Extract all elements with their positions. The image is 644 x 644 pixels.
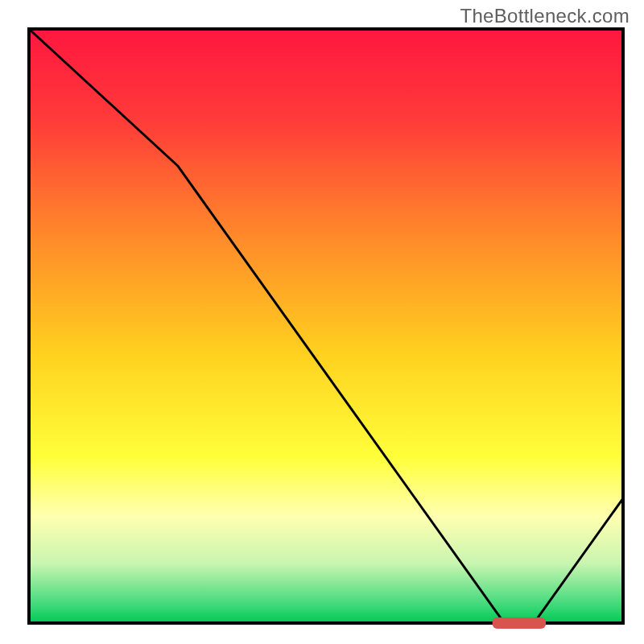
chart-container: TheBottleneck.com: [0, 0, 644, 644]
plot-background: [29, 29, 623, 623]
optimal-range-marker: [493, 617, 546, 629]
bottleneck-chart: [0, 0, 644, 644]
watermark-text: TheBottleneck.com: [460, 5, 630, 27]
